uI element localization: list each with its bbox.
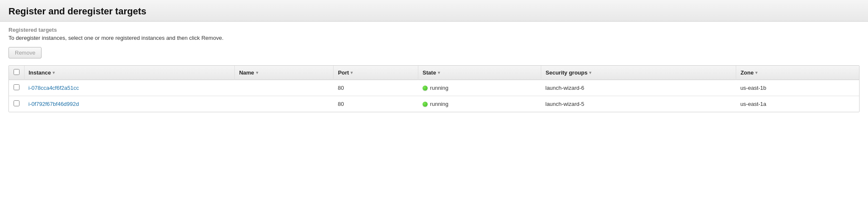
state-sort-icon: ▾ xyxy=(438,70,440,75)
row-checkbox[interactable] xyxy=(14,84,19,90)
instances-table: Instance ▾ Name ▾ Port ▾ xyxy=(9,66,859,112)
table-row: i-0f792f67bf46d992d80runninglaunch-wizar… xyxy=(9,96,859,112)
row-zone: us-east-1b xyxy=(736,80,859,96)
page-body: Registered targets To deregister instanc… xyxy=(0,22,868,117)
instance-sort-icon: ▾ xyxy=(53,70,55,75)
row-instance[interactable]: i-0f792f67bf46d992d xyxy=(24,96,235,112)
description-text: To deregister instances, select one or m… xyxy=(8,35,860,41)
header-instance[interactable]: Instance ▾ xyxy=(24,66,235,80)
row-checkbox-cell xyxy=(9,96,24,112)
zone-sort-icon: ▾ xyxy=(755,70,757,75)
header-security-groups[interactable]: Security groups ▾ xyxy=(541,66,736,80)
select-all-checkbox[interactable] xyxy=(14,69,19,75)
port-sort-icon: ▾ xyxy=(351,70,353,75)
row-instance[interactable]: i-078cca4cf6f2a51cc xyxy=(24,80,235,96)
section-label: Registered targets xyxy=(8,27,860,33)
name-sort-icon: ▾ xyxy=(256,70,258,75)
running-status-icon xyxy=(423,102,428,107)
table-row: i-078cca4cf6f2a51cc80runninglaunch-wizar… xyxy=(9,80,859,96)
header-state[interactable]: State ▾ xyxy=(418,66,541,80)
page-header: Register and deregister targets xyxy=(0,0,868,22)
row-zone: us-east-1a xyxy=(736,96,859,112)
page-title: Register and deregister targets xyxy=(8,6,860,17)
row-security-groups: launch-wizard-5 xyxy=(541,96,736,112)
header-checkbox-col xyxy=(9,66,24,80)
row-port: 80 xyxy=(334,80,418,96)
row-checkbox[interactable] xyxy=(14,100,19,106)
row-security-groups: launch-wizard-6 xyxy=(541,80,736,96)
remove-button[interactable]: Remove xyxy=(8,47,42,58)
row-name xyxy=(235,80,334,96)
header-port[interactable]: Port ▾ xyxy=(334,66,418,80)
row-name xyxy=(235,96,334,112)
state-label: running xyxy=(430,101,448,107)
instances-table-wrapper: Instance ▾ Name ▾ Port ▾ xyxy=(8,65,860,112)
header-zone[interactable]: Zone ▾ xyxy=(736,66,859,80)
table-header-row: Instance ▾ Name ▾ Port ▾ xyxy=(9,66,859,80)
row-checkbox-cell xyxy=(9,80,24,96)
row-state: running xyxy=(418,96,541,112)
table-body: i-078cca4cf6f2a51cc80runninglaunch-wizar… xyxy=(9,80,859,112)
running-status-icon xyxy=(423,86,428,91)
row-state: running xyxy=(418,80,541,96)
state-label: running xyxy=(430,85,448,91)
row-port: 80 xyxy=(334,96,418,112)
header-name[interactable]: Name ▾ xyxy=(235,66,334,80)
security-groups-sort-icon: ▾ xyxy=(589,70,591,75)
